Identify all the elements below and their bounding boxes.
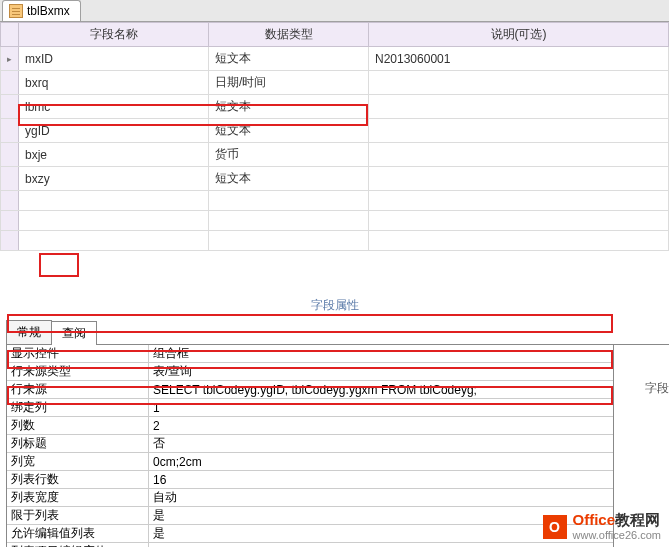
property-tabs: 常规 查阅 bbox=[6, 320, 669, 345]
watermark-brand: Office教程网 bbox=[573, 512, 661, 529]
property-value[interactable]: 16 bbox=[149, 471, 613, 488]
property-label: 列表宽度 bbox=[7, 489, 149, 506]
cell-name[interactable]: bxje bbox=[19, 143, 209, 167]
cell-desc[interactable] bbox=[369, 167, 669, 191]
cell-desc[interactable] bbox=[369, 191, 669, 211]
property-row[interactable]: 列表项目编辑窗体 bbox=[7, 543, 613, 547]
cell-type[interactable] bbox=[209, 191, 369, 211]
side-help-label: 字段 bbox=[645, 380, 669, 397]
table-row[interactable]: bxzy短文本 bbox=[1, 167, 669, 191]
table-row[interactable] bbox=[1, 211, 669, 231]
watermark: O Office教程网 www.office26.com bbox=[543, 512, 661, 541]
watermark-url: www.office26.com bbox=[573, 529, 661, 541]
property-label: 列表项目编辑窗体 bbox=[7, 543, 149, 547]
table-row[interactable] bbox=[1, 191, 669, 211]
property-row[interactable]: 行来源SELECT tblCodeyg.ygID, tblCodeyg.ygxm… bbox=[7, 381, 613, 399]
cell-type[interactable] bbox=[209, 231, 369, 251]
row-selector[interactable] bbox=[1, 167, 19, 191]
cell-type[interactable]: 短文本 bbox=[209, 167, 369, 191]
tab-title: tblBxmx bbox=[27, 4, 70, 18]
property-row[interactable]: 行来源类型表/查询 bbox=[7, 363, 613, 381]
highlight-box-lookup-tab bbox=[39, 253, 79, 277]
object-tab-bar: tblBxmx bbox=[0, 0, 669, 22]
property-row[interactable]: 绑定列1 bbox=[7, 399, 613, 417]
property-value[interactable]: 2 bbox=[149, 417, 613, 434]
row-selector[interactable] bbox=[1, 95, 19, 119]
cell-type[interactable]: 短文本 bbox=[209, 47, 369, 71]
tab-lookup[interactable]: 查阅 bbox=[51, 321, 97, 345]
property-row[interactable]: 列标题否 bbox=[7, 435, 613, 453]
property-value[interactable]: 表/查询 bbox=[149, 363, 613, 380]
property-value[interactable]: 否 bbox=[149, 435, 613, 452]
table-icon bbox=[9, 4, 23, 18]
property-value[interactable]: 组合框 bbox=[149, 345, 613, 362]
object-tab[interactable]: tblBxmx bbox=[2, 0, 81, 21]
table-row[interactable]: bxje货币 bbox=[1, 143, 669, 167]
row-selector[interactable]: ▸ bbox=[1, 47, 19, 71]
property-row[interactable]: 列表宽度自动 bbox=[7, 489, 613, 507]
cell-type[interactable]: 短文本 bbox=[209, 95, 369, 119]
property-value[interactable] bbox=[149, 543, 613, 547]
table-row[interactable]: bxrq日期/时间 bbox=[1, 71, 669, 95]
table-row[interactable]: lbmc短文本 bbox=[1, 95, 669, 119]
property-row[interactable]: 显示控件组合框 bbox=[7, 345, 613, 363]
property-label: 允许编辑值列表 bbox=[7, 525, 149, 542]
row-selector[interactable] bbox=[1, 143, 19, 167]
tab-general[interactable]: 常规 bbox=[6, 320, 52, 344]
property-value[interactable]: 1 bbox=[149, 399, 613, 416]
property-label: 列标题 bbox=[7, 435, 149, 452]
property-row[interactable]: 列表行数16 bbox=[7, 471, 613, 489]
property-row[interactable]: 允许编辑值列表是 bbox=[7, 525, 613, 543]
row-selector[interactable] bbox=[1, 231, 19, 251]
cell-desc[interactable] bbox=[369, 119, 669, 143]
cell-name[interactable] bbox=[19, 211, 209, 231]
property-value[interactable]: 自动 bbox=[149, 489, 613, 506]
property-label: 列表行数 bbox=[7, 471, 149, 488]
row-selector[interactable] bbox=[1, 119, 19, 143]
office-icon: O bbox=[543, 515, 567, 539]
cell-name[interactable]: lbmc bbox=[19, 95, 209, 119]
cell-name[interactable]: mxID bbox=[19, 47, 209, 71]
cell-desc[interactable] bbox=[369, 231, 669, 251]
property-label: 绑定列 bbox=[7, 399, 149, 416]
cell-name[interactable]: bxzy bbox=[19, 167, 209, 191]
cell-type[interactable]: 货币 bbox=[209, 143, 369, 167]
cell-desc[interactable]: N2013060001 bbox=[369, 47, 669, 71]
property-sheet: 显示控件组合框行来源类型表/查询行来源SELECT tblCodeyg.ygID… bbox=[6, 345, 614, 547]
field-properties-label: 字段属性 bbox=[0, 291, 669, 318]
property-label: 行来源类型 bbox=[7, 363, 149, 380]
property-row[interactable]: 列数2 bbox=[7, 417, 613, 435]
col-header-desc[interactable]: 说明(可选) bbox=[369, 23, 669, 47]
table-row[interactable]: ▸mxID短文本N2013060001 bbox=[1, 47, 669, 71]
cell-desc[interactable] bbox=[369, 71, 669, 95]
property-label: 显示控件 bbox=[7, 345, 149, 362]
cell-name[interactable] bbox=[19, 191, 209, 211]
cell-name[interactable]: ygID bbox=[19, 119, 209, 143]
cell-desc[interactable] bbox=[369, 211, 669, 231]
row-selector-header bbox=[1, 23, 19, 47]
row-selector[interactable] bbox=[1, 191, 19, 211]
cell-desc[interactable] bbox=[369, 95, 669, 119]
cell-type[interactable] bbox=[209, 211, 369, 231]
cell-name[interactable] bbox=[19, 231, 209, 251]
cell-type[interactable]: 短文本 bbox=[209, 119, 369, 143]
col-header-name[interactable]: 字段名称 bbox=[19, 23, 209, 47]
col-header-type[interactable]: 数据类型 bbox=[209, 23, 369, 47]
cell-type[interactable]: 日期/时间 bbox=[209, 71, 369, 95]
property-label: 限于列表 bbox=[7, 507, 149, 524]
row-selector[interactable] bbox=[1, 71, 19, 95]
property-label: 列宽 bbox=[7, 453, 149, 470]
property-row[interactable]: 限于列表是 bbox=[7, 507, 613, 525]
table-row[interactable]: ygID短文本 bbox=[1, 119, 669, 143]
row-selector[interactable] bbox=[1, 211, 19, 231]
property-value[interactable]: 0cm;2cm bbox=[149, 453, 613, 470]
property-row[interactable]: 列宽0cm;2cm bbox=[7, 453, 613, 471]
cell-desc[interactable] bbox=[369, 143, 669, 167]
property-label: 行来源 bbox=[7, 381, 149, 398]
table-row[interactable] bbox=[1, 231, 669, 251]
property-label: 列数 bbox=[7, 417, 149, 434]
cell-name[interactable]: bxrq bbox=[19, 71, 209, 95]
property-value[interactable]: SELECT tblCodeyg.ygID, tblCodeyg.ygxm FR… bbox=[149, 381, 613, 398]
field-design-grid[interactable]: 字段名称 数据类型 说明(可选) ▸mxID短文本N2013060001bxrq… bbox=[0, 22, 669, 251]
